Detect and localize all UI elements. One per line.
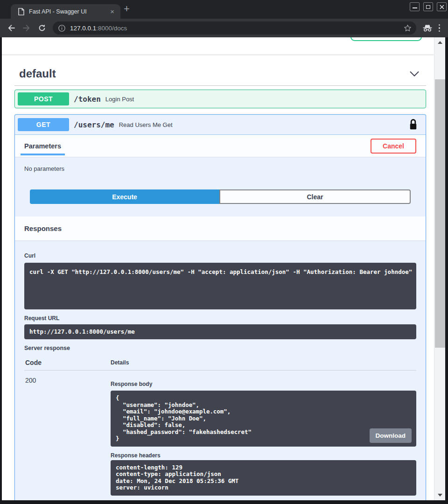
response-details-cell: Response body { "username": "johndoe", "… (111, 371, 416, 496)
chevron-down-icon[interactable] (409, 71, 420, 77)
response-headers-label: Response headers (111, 452, 416, 459)
forward-arrow-icon (22, 24, 31, 32)
authorize-button[interactable] (350, 37, 422, 41)
back-arrow-icon (7, 24, 15, 32)
method-badge-get: GET (18, 118, 69, 131)
close-icon (440, 5, 444, 9)
method-badge-post: POST (18, 92, 69, 105)
op-path: /users/me (74, 120, 114, 129)
url-text[interactable]: 127.0.0.1:8000/docs (70, 25, 127, 32)
tag-title: default (19, 67, 56, 80)
opblock-post-token[interactable]: POST /token Login Post (14, 90, 426, 108)
address-bar[interactable]: 127.0.0.1:8000/docs (53, 21, 416, 35)
reload-icon (38, 24, 46, 32)
execute-button-group: Execute Clear (30, 189, 411, 204)
swagger-page: default POST /token Login Post GET /user… (2, 37, 434, 500)
responses-content: Curl curl -X GET "http://127.0.0.1:8000/… (15, 240, 426, 500)
op-summary: Login Post (105, 96, 134, 103)
titlebar: Fast API - Swagger UI × + (0, 0, 448, 19)
scrollbar-thumb[interactable] (435, 79, 445, 348)
scroll-down-arrow-icon[interactable] (438, 494, 442, 497)
window-controls (410, 2, 447, 11)
swagger-wrapper: default POST /token Login Post GET /user… (2, 62, 434, 500)
scroll-up-arrow-icon[interactable] (438, 41, 442, 44)
response-headers-block: content-length: 129 content-type: applic… (111, 460, 416, 496)
download-button[interactable]: Download (370, 428, 412, 443)
response-headers-text: content-length: 129 content-type: applic… (116, 464, 411, 491)
table-header-row: Code Details (24, 355, 416, 371)
request-url-value: http://127.0.0.1:8000/users/me (29, 329, 411, 335)
incognito-indicator (422, 24, 433, 32)
server-response-label: Server response (24, 345, 416, 351)
response-body-block: { "username": "johndoe", "email": "johnd… (111, 391, 416, 447)
responses-section-header: Responses (15, 217, 426, 240)
browser-toolbar: 127.0.0.1:8000/docs (0, 19, 448, 37)
maximize-button[interactable] (423, 2, 433, 11)
forward-button[interactable] (22, 24, 31, 32)
tab-parameters[interactable]: Parameters (21, 135, 65, 157)
bookmark-button[interactable] (404, 24, 412, 32)
browser-tab[interactable]: Fast API - Swagger UI × (11, 4, 120, 19)
browser-menu-button[interactable] (439, 24, 441, 32)
opblock-get-users-me: GET /users/me Read Users Me Get Paramete… (14, 114, 426, 500)
lock-icon (409, 119, 417, 131)
incognito-icon (422, 24, 433, 32)
close-button[interactable] (437, 2, 447, 11)
no-parameters-text: No parameters (24, 165, 416, 172)
reload-button[interactable] (38, 24, 46, 32)
clear-button[interactable]: Clear (219, 189, 411, 204)
responses-title: Responses (24, 224, 62, 232)
operation-body: No parameters Execute Clear (15, 157, 426, 204)
curl-label: Curl (24, 252, 416, 259)
curl-command-block[interactable]: curl -X GET "http://127.0.0.1:8000/users… (24, 263, 416, 309)
response-body-json: { "username": "johndoe", "email": "johnd… (116, 395, 411, 442)
execute-button[interactable]: Execute (30, 189, 219, 204)
url-host: 127.0.0.1 (70, 25, 96, 32)
tab-close-icon[interactable]: × (110, 8, 114, 15)
back-button[interactable] (7, 24, 15, 32)
three-dot-menu-icon (439, 24, 441, 26)
request-url-label: Request URL (24, 315, 416, 322)
request-url-block: http://127.0.0.1:8000/users/me (24, 324, 416, 339)
tag-section-header[interactable]: default (14, 62, 426, 86)
minimize-button[interactable] (410, 2, 420, 11)
new-tab-button[interactable]: + (124, 4, 130, 14)
cancel-button[interactable]: Cancel (371, 139, 416, 154)
page-scrollbar[interactable] (434, 37, 445, 500)
scheme-container (2, 37, 434, 55)
favicon-page-icon (18, 8, 24, 15)
site-info-icon[interactable] (58, 25, 65, 32)
opblock-summary: POST /token Login Post (15, 92, 426, 105)
maximize-icon (426, 5, 430, 9)
code-column-header: Code (24, 359, 111, 366)
tab-title: Fast API - Swagger UI (29, 8, 87, 15)
details-column-header: Details (111, 359, 129, 366)
url-path: :8000/docs (96, 25, 127, 32)
response-body-label: Response body (111, 381, 416, 387)
status-code: 200 (24, 371, 111, 496)
auth-lock-button[interactable] (409, 119, 417, 131)
op-summary: Read Users Me Get (119, 121, 173, 128)
opblock-summary[interactable]: GET /users/me Read Users Me Get (15, 115, 426, 135)
server-response-table: Code Details 200 Response body { "userna… (24, 355, 416, 496)
parameters-section-header: Parameters Cancel (15, 135, 426, 157)
bookmark-star-icon (404, 24, 412, 32)
op-path: /token (74, 95, 101, 104)
minimize-icon (413, 7, 417, 8)
table-row: 200 Response body { "username": "johndoe… (24, 371, 416, 496)
curl-command: curl -X GET "http://127.0.0.1:8000/users… (29, 268, 411, 275)
